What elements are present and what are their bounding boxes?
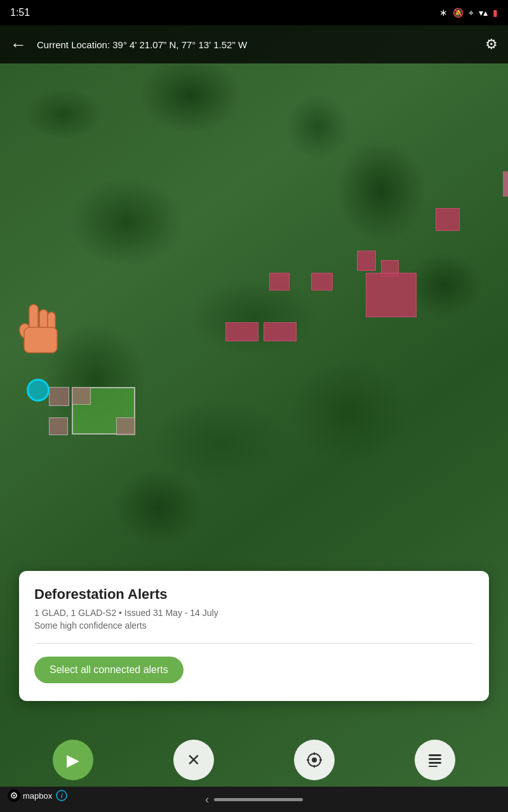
location-text: Current Location: 39° 4' 21.07" N, 77° 1… xyxy=(37,39,475,50)
svg-rect-11 xyxy=(429,754,441,756)
mapbox-text: mapbox xyxy=(23,791,52,801)
back-chevron[interactable]: ‹ xyxy=(205,793,209,806)
close-button[interactable]: ✕ xyxy=(173,740,214,780)
svg-rect-13 xyxy=(429,762,441,764)
battery-icon: ▮ xyxy=(493,8,498,18)
touch-point xyxy=(27,379,50,402)
alert-marker xyxy=(357,251,376,271)
card-subtitle: 1 GLAD, 1 GLAD-S2 • Issued 31 May - 14 J… xyxy=(34,608,474,618)
alert-marker xyxy=(366,273,417,317)
right-edge-indicator xyxy=(503,171,508,197)
status-time: 1:51 xyxy=(10,7,30,18)
svg-rect-14 xyxy=(429,766,438,767)
bottom-card: Deforestation Alerts 1 GLAD, 1 GLAD-S2 •… xyxy=(19,571,489,701)
settings-button[interactable]: ⚙ xyxy=(485,36,498,53)
play-button[interactable]: ▶ xyxy=(53,740,93,780)
mapbox-logo-icon xyxy=(8,789,20,802)
card-sub2: Some high confidence alerts xyxy=(34,620,474,631)
bottom-toolbar: ▶ ✕ xyxy=(0,740,508,780)
status-icons: ∗ 🔕 ⌖ ▾▴ ▮ xyxy=(439,7,498,18)
svg-rect-12 xyxy=(429,758,441,760)
select-all-alerts-button[interactable]: Select all connected alerts xyxy=(34,657,184,683)
alert-marker xyxy=(264,322,297,341)
svg-rect-4 xyxy=(24,327,57,353)
alert-marker xyxy=(269,273,290,291)
list-button[interactable] xyxy=(415,740,455,780)
mapbox-logo: mapbox xyxy=(8,789,52,802)
bottom-nav: ‹ xyxy=(0,787,508,812)
back-button[interactable]: ← xyxy=(10,35,27,55)
card-divider xyxy=(34,643,474,644)
alert-marker xyxy=(225,322,258,341)
mute-icon: 🔕 xyxy=(453,8,464,18)
alert-marker xyxy=(311,273,333,291)
status-bar: 1:51 ∗ 🔕 ⌖ ▾▴ ▮ xyxy=(0,0,508,25)
bluetooth-icon: ∗ xyxy=(439,7,448,18)
locate-button[interactable] xyxy=(294,740,335,780)
green-cluster-area xyxy=(41,374,140,450)
top-nav: ← Current Location: 39° 4' 21.07" N, 77°… xyxy=(0,25,508,63)
wifi-icon: ▾▴ xyxy=(479,8,488,18)
cursor-pointer xyxy=(11,298,62,362)
mapbox-info-icon[interactable]: i xyxy=(56,790,67,801)
nav-indicator-bar xyxy=(214,798,303,801)
alert-marker xyxy=(436,208,460,231)
svg-point-6 xyxy=(312,757,317,763)
svg-point-17 xyxy=(13,795,15,797)
location-icon: ⌖ xyxy=(469,8,474,18)
mapbox-attribution: mapbox i xyxy=(8,789,67,802)
card-title: Deforestation Alerts xyxy=(34,586,474,603)
